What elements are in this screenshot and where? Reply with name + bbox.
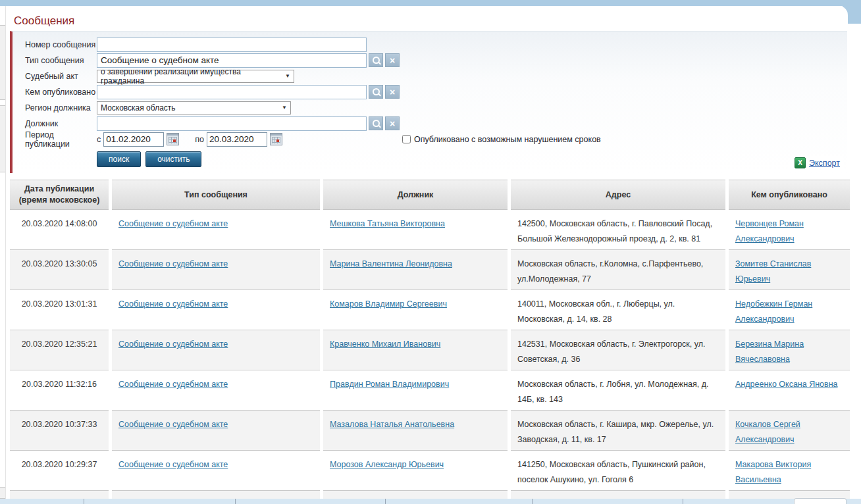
debtor-input[interactable] <box>97 116 367 131</box>
table-row: 20.03.2020 10:29:37 Сообщение о судебном… <box>10 451 850 491</box>
bottom-page-strip <box>0 499 861 504</box>
table-row: 20.03.2020 14:08:00 Сообщение о судебном… <box>10 210 850 250</box>
debtor-label: Должник <box>25 119 97 128</box>
period-to-input[interactable] <box>207 132 267 147</box>
form-row-message-type: Тип сообщения × <box>25 53 847 68</box>
chevron-down-icon: ▼ <box>282 105 287 111</box>
column-header-date: Дата публикации (время московское) <box>10 180 109 210</box>
period-from-calendar-button[interactable] <box>167 133 179 145</box>
publication-date-cell: 20.03.2020 10:29:37 <box>10 451 109 491</box>
debtor-region-select[interactable]: Московская область ▼ <box>97 101 291 114</box>
column-header-date-line1: Дата публикации <box>14 184 105 195</box>
debtor-lookup-button[interactable] <box>369 116 383 130</box>
debtor-link[interactable]: Мазалова Наталья Анатольевна <box>330 420 454 429</box>
message-type-link[interactable]: Сообщение о судебном акте <box>118 380 228 389</box>
address-cell: 141250, Московская область, Пушкинский р… <box>511 451 725 491</box>
debtor-link[interactable]: Морозов Александр Юрьевич <box>330 460 444 469</box>
column-header-date-line2: (время московское) <box>14 195 105 206</box>
message-number-label: Номер сообщения <box>25 40 97 49</box>
debtor-link[interactable]: Комаров Владимир Сергеевич <box>330 299 447 309</box>
debtor-region-selected-value: Московская область <box>101 103 176 113</box>
message-type-link[interactable]: Сообщение о судебном акте <box>118 259 228 268</box>
results-table: Дата публикации (время московское) Тип с… <box>7 180 853 504</box>
excel-icon: X <box>795 157 806 168</box>
debtor-link[interactable]: Мешкова Татьяна Викторовна <box>330 219 445 228</box>
period-from-input[interactable] <box>103 132 164 147</box>
export-block: X Экспорт <box>791 156 843 170</box>
debtor-clear-button[interactable]: × <box>385 116 400 130</box>
column-header-publisher: Кем опубликовано <box>729 180 850 210</box>
publication-date-cell: 20.03.2020 14:08:00 <box>10 210 109 250</box>
clear-button[interactable]: очистить <box>145 151 201 167</box>
column-header-type: Тип сообщения <box>112 180 320 210</box>
publication-date-cell: 20.03.2020 13:30:05 <box>10 250 109 290</box>
publication-date-cell: 20.03.2020 11:32:16 <box>10 370 109 411</box>
message-type-link[interactable]: Сообщение о судебном акте <box>118 460 228 469</box>
publisher-link[interactable]: Березина Марина Вячеславовна <box>735 340 804 364</box>
published-by-clear-button[interactable]: × <box>385 85 400 99</box>
table-row: 20.03.2020 13:01:31 Сообщение о судебном… <box>10 290 850 330</box>
strip-divider <box>84 499 84 504</box>
address-cell: Московская область, г. Лобня, ул. Молоде… <box>511 370 725 411</box>
publisher-link[interactable]: Червонцев Роман Александрович <box>735 219 804 243</box>
table-header-row: Дата публикации (время московское) Тип с… <box>10 180 850 210</box>
publisher-link[interactable]: Макарова Виктория Васильевна <box>735 460 811 484</box>
clear-x-icon: × <box>390 56 395 65</box>
published-by-input[interactable] <box>97 85 367 99</box>
publisher-link[interactable]: Андреенко Оксана Яновна <box>735 380 838 389</box>
period-to-label: по <box>195 135 204 144</box>
message-type-link[interactable]: Сообщение о судебном акте <box>118 420 228 429</box>
publication-date-cell: 20.03.2020 10:37:33 <box>10 411 109 451</box>
page-title: Сообщения <box>14 14 848 28</box>
publisher-link[interactable]: Кочкалов Сергей Александрович <box>735 420 800 444</box>
message-type-clear-button[interactable]: × <box>385 53 400 67</box>
debtor-region-label: Регион должника <box>25 103 97 113</box>
message-type-label: Тип сообщения <box>25 56 97 65</box>
table-row: 20.03.2020 12:35:21 Сообщение о судебном… <box>10 330 850 370</box>
column-header-debtor: Должник <box>323 180 508 210</box>
magnifier-icon <box>373 57 380 64</box>
message-type-input[interactable] <box>97 53 367 68</box>
violation-checkbox[interactable] <box>402 135 411 143</box>
form-row-message-number: Номер сообщения <box>25 37 847 52</box>
strip-divider <box>532 499 533 504</box>
address-cell: Московская область, г.Коломна, с.Парфент… <box>511 250 725 290</box>
strip-divider <box>235 499 236 504</box>
form-row-period: Период публикации с по Опубликовано с во… <box>25 132 847 147</box>
form-row-published-by: Кем опубликовано × <box>25 84 847 99</box>
message-type-link[interactable]: Сообщение о судебном акте <box>118 219 228 228</box>
table-row: 20.03.2020 13:30:05 Сообщение о судебном… <box>10 250 850 290</box>
publisher-link[interactable]: Недобежкин Герман Александрович <box>735 299 812 324</box>
publication-date-cell: 20.03.2020 12:35:21 <box>10 330 109 370</box>
clear-x-icon: × <box>390 119 395 128</box>
period-from-label: с <box>97 135 101 144</box>
address-cell: 142500, Московская область, г. Павловски… <box>511 210 725 250</box>
message-type-link[interactable]: Сообщение о судебном акте <box>118 299 228 309</box>
message-type-lookup-button[interactable] <box>369 53 383 67</box>
chevron-down-icon: ▼ <box>285 73 290 79</box>
top-blue-bar <box>0 0 861 6</box>
judicial-act-select[interactable]: о завершении реализации имущества гражда… <box>97 70 294 83</box>
search-form: Номер сообщения Тип сообщения × Судебный… <box>10 31 847 173</box>
search-button[interactable]: поиск <box>97 151 141 167</box>
publication-date-cell: 20.03.2020 13:01:31 <box>10 290 109 330</box>
period-to-calendar-button[interactable] <box>270 133 282 145</box>
judicial-act-label: Судебный акт <box>25 72 97 81</box>
form-row-judicial-act: Судебный акт о завершении реализации иму… <box>25 68 847 84</box>
content-panel: Сообщения Номер сообщения Тип сообщения … <box>5 6 848 504</box>
debtor-link[interactable]: Марина Валентина Леонидовна <box>330 259 452 268</box>
debtor-link[interactable]: Правдин Роман Владимирович <box>330 380 449 389</box>
strip-divider <box>385 499 386 504</box>
message-type-link[interactable]: Сообщение о судебном акте <box>118 340 228 349</box>
message-number-input[interactable] <box>97 38 367 52</box>
magnifier-icon <box>373 120 380 127</box>
published-by-lookup-button[interactable] <box>369 85 383 99</box>
column-header-address: Адрес <box>511 180 725 210</box>
judicial-act-selected-value: о завершении реализации имущества гражда… <box>101 67 285 86</box>
clear-x-icon: × <box>390 88 395 97</box>
publisher-link[interactable]: Зомитев Станислав Юрьевич <box>735 259 811 284</box>
strip-rounded-box <box>794 498 847 504</box>
export-link[interactable]: Экспорт <box>809 159 840 168</box>
form-row-debtor-region: Регион должника Московская область ▼ <box>25 100 847 115</box>
debtor-link[interactable]: Кравченко Михаил Иванович <box>330 340 440 349</box>
